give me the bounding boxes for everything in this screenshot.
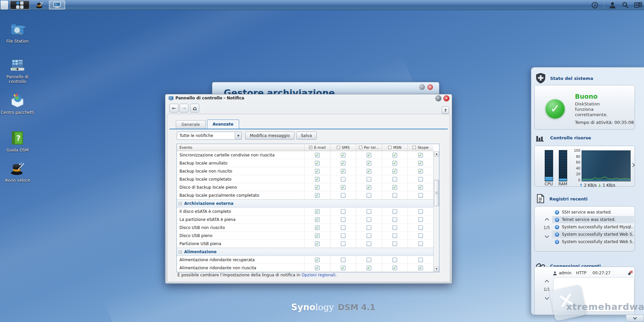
connections-page-down-button[interactable] (545, 294, 548, 301)
unchecked-checkbox-icon[interactable] (418, 241, 423, 246)
checked-checkbox-icon[interactable]: ✓ (315, 177, 320, 182)
unchecked-checkbox-icon[interactable] (337, 146, 340, 149)
unchecked-checkbox-icon[interactable] (367, 209, 371, 214)
unchecked-checkbox-icon[interactable] (367, 258, 371, 262)
unchecked-checkbox-icon[interactable] (367, 193, 371, 198)
unchecked-checkbox-icon[interactable] (341, 233, 345, 238)
checked-checkbox-icon[interactable]: ✓ (367, 266, 371, 270)
unchecked-checkbox-icon[interactable] (392, 225, 397, 230)
close-icon[interactable]: ✕ (443, 95, 449, 101)
notification-filter-dropdown[interactable]: Tutte le notifiche ▼ (177, 132, 242, 140)
save-button[interactable]: Salva (296, 132, 317, 140)
unchecked-checkbox-icon[interactable] (367, 233, 371, 238)
unchecked-checkbox-icon[interactable] (341, 177, 345, 182)
unchecked-checkbox-icon[interactable] (418, 209, 423, 214)
desktop-icon-dsm-help[interactable]: ?Guida DSM (1, 130, 34, 152)
unchecked-checkbox-icon[interactable] (418, 225, 423, 230)
checked-checkbox-icon[interactable]: ✓ (315, 193, 320, 198)
user-menu-button[interactable] (608, 1, 616, 9)
system-health-button[interactable]: i (591, 1, 599, 9)
checked-checkbox-icon[interactable]: ✓ (418, 169, 423, 174)
checked-checkbox-icon[interactable]: ✓ (315, 169, 320, 174)
resource-monitor-expand-button[interactable] (631, 163, 635, 167)
unchecked-checkbox-icon[interactable] (418, 233, 423, 238)
checked-checkbox-icon[interactable]: ✓ (315, 161, 320, 166)
checked-checkbox-icon[interactable]: ✓ (418, 185, 423, 190)
channel-header-pertel[interactable]: Per tel... (356, 144, 382, 151)
unchecked-checkbox-icon[interactable] (392, 177, 397, 182)
widgets-panel-button[interactable] (634, 1, 642, 9)
unchecked-checkbox-icon[interactable] (392, 217, 397, 222)
checked-checkbox-icon[interactable]: ✓ (392, 153, 397, 157)
scroll-down-icon[interactable]: ▼ (434, 267, 439, 272)
checked-checkbox-icon[interactable]: ✓ (367, 169, 371, 174)
checked-checkbox-icon[interactable]: ✓ (341, 169, 345, 174)
checked-checkbox-icon[interactable]: ✓ (367, 161, 371, 166)
search-button[interactable] (621, 1, 629, 9)
dialog-titlebar[interactable]: Pannello di controllo - Notifica ✕ (165, 94, 452, 102)
checked-checkbox-icon[interactable]: ✓ (367, 185, 371, 190)
collapse-icon[interactable] (179, 202, 182, 205)
checked-checkbox-icon[interactable]: ✓ (392, 169, 397, 174)
unchecked-checkbox-icon[interactable] (367, 241, 371, 246)
unchecked-checkbox-icon[interactable] (367, 225, 371, 230)
desktop-icon-quick-start[interactable]: Avvio veloce (1, 160, 34, 183)
close-icon[interactable]: ✕ (427, 84, 433, 90)
channel-header-msn[interactable]: MSN (382, 144, 408, 151)
logs-page-up-button[interactable] (545, 217, 548, 223)
checked-checkbox-icon[interactable]: ✓ (315, 153, 320, 157)
edit-message-button[interactable]: Modifica messaggio (245, 132, 294, 140)
minimize-button[interactable] (419, 84, 425, 90)
checked-checkbox-icon[interactable]: ✓ (309, 146, 312, 149)
table-scrollbar[interactable]: ▲ ▼ (433, 151, 439, 272)
disconnect-icon[interactable] (627, 271, 633, 276)
channel-header-skype[interactable]: Skype (408, 144, 433, 151)
unchecked-checkbox-icon[interactable] (359, 146, 362, 149)
unchecked-checkbox-icon[interactable] (341, 258, 345, 262)
unchecked-checkbox-icon[interactable] (367, 217, 371, 222)
desktop-icon-package-center[interactable]: Centro pacchetti (1, 93, 34, 115)
checked-checkbox-icon[interactable]: ✓ (315, 266, 320, 270)
checked-checkbox-icon[interactable]: ✓ (392, 161, 397, 166)
unchecked-checkbox-icon[interactable] (413, 146, 416, 149)
desktop-icon-file-station[interactable]: File Station (1, 21, 34, 44)
unchecked-checkbox-icon[interactable] (392, 258, 397, 262)
checked-checkbox-icon[interactable]: ✓ (315, 258, 320, 262)
checked-checkbox-icon[interactable]: ✓ (341, 185, 345, 190)
tab-generale[interactable]: Generale (176, 120, 206, 129)
help-button[interactable]: ? (442, 106, 449, 114)
unchecked-checkbox-icon[interactable] (392, 241, 397, 246)
back-button[interactable]: ← (169, 104, 178, 112)
unchecked-checkbox-icon[interactable] (418, 177, 423, 182)
unchecked-checkbox-icon[interactable] (418, 258, 423, 262)
group-row[interactable]: Archiviazione esterna (177, 199, 433, 208)
minimize-button[interactable] (435, 95, 441, 101)
checked-checkbox-icon[interactable]: ✓ (341, 153, 345, 157)
collapse-icon[interactable] (179, 250, 182, 254)
checked-checkbox-icon[interactable]: ✓ (315, 233, 320, 238)
tab-avanzate[interactable]: Avanzate (207, 120, 239, 129)
checked-checkbox-icon[interactable]: ✓ (341, 161, 345, 166)
logs-page-down-button[interactable] (545, 232, 548, 239)
unchecked-checkbox-icon[interactable] (418, 217, 423, 222)
unchecked-checkbox-icon[interactable] (341, 217, 345, 222)
checked-checkbox-icon[interactable]: ✓ (392, 266, 397, 270)
channel-header-sms[interactable]: SMS (330, 144, 356, 151)
unchecked-checkbox-icon[interactable] (367, 177, 371, 182)
home-button[interactable]: ⌂ (190, 104, 199, 112)
scroll-up-icon[interactable]: ▲ (434, 151, 439, 156)
checked-checkbox-icon[interactable]: ✓ (315, 209, 320, 214)
regional-options-link[interactable]: Opzioni regionali (302, 273, 335, 277)
checked-checkbox-icon[interactable]: ✓ (315, 185, 320, 190)
unchecked-checkbox-icon[interactable] (418, 193, 423, 198)
checked-checkbox-icon[interactable]: ✓ (418, 153, 423, 157)
taskbar-active-window-button[interactable] (49, 1, 65, 9)
checked-checkbox-icon[interactable]: ✓ (341, 266, 345, 270)
widget-panel-collapse-tab[interactable] (626, 315, 644, 322)
unchecked-checkbox-icon[interactable] (392, 193, 397, 198)
show-desktop-button[interactable] (1, 1, 8, 9)
checked-checkbox-icon[interactable]: ✓ (418, 161, 423, 166)
unchecked-checkbox-icon[interactable] (392, 209, 397, 214)
connections-page-up-button[interactable] (545, 278, 548, 285)
checked-checkbox-icon[interactable]: ✓ (418, 266, 423, 270)
